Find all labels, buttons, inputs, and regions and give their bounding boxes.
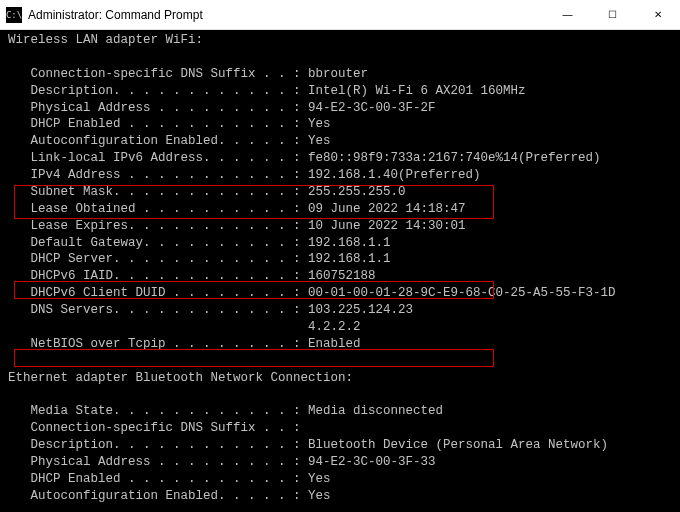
output-row: DHCP Server. . . . . . . . . . . . : 192… [8,251,672,268]
cmd-icon: C:\ [6,7,22,23]
output-row: Lease Obtained . . . . . . . . . . : 09 … [8,201,672,218]
section-header: Wireless LAN adapter WiFi: [8,32,672,49]
titlebar: C:\ Administrator: Command Prompt — ☐ ✕ [0,0,680,30]
output-row: Lease Expires. . . . . . . . . . . : 10 … [8,218,672,235]
blank-line [8,505,672,513]
window-title: Administrator: Command Prompt [28,8,545,22]
blank-line [8,49,672,66]
output-row: Connection-specific DNS Suffix . . : [8,420,672,437]
close-button[interactable]: ✕ [635,0,680,30]
blank-line [8,353,672,370]
minimize-button[interactable]: — [545,0,590,30]
blank-line [8,386,672,403]
output-row: Description. . . . . . . . . . . . : Int… [8,83,672,100]
output-row: Autoconfiguration Enabled. . . . . : Yes [8,488,672,505]
output-row: DNS Servers. . . . . . . . . . . . : 103… [8,302,672,319]
output-row: Autoconfiguration Enabled. . . . . : Yes [8,133,672,150]
output-row: Link-local IPv6 Address. . . . . . : fe8… [8,150,672,167]
output-row: Subnet Mask. . . . . . . . . . . . : 255… [8,184,672,201]
output-row: Description. . . . . . . . . . . . : Blu… [8,437,672,454]
output-row: DHCPv6 Client DUID . . . . . . . . : 00-… [8,285,672,302]
maximize-button[interactable]: ☐ [590,0,635,30]
output-row: Media State. . . . . . . . . . . . : Med… [8,403,672,420]
output-row: NetBIOS over Tcpip . . . . . . . . : Ena… [8,336,672,353]
output-row: Connection-specific DNS Suffix . . : bbr… [8,66,672,83]
output-row: DHCP Enabled . . . . . . . . . . . : Yes [8,471,672,488]
output-row: DHCPv6 IAID. . . . . . . . . . . . : 160… [8,268,672,285]
output-row: Physical Address . . . . . . . . . : 94-… [8,454,672,471]
section-header: Ethernet adapter Bluetooth Network Conne… [8,370,672,387]
output-row: Physical Address . . . . . . . . . : 94-… [8,100,672,117]
terminal-output[interactable]: Wireless LAN adapter WiFi: Connection-sp… [0,30,680,512]
output-row: Default Gateway. . . . . . . . . . : 192… [8,235,672,252]
output-row: IPv4 Address . . . . . . . . . . . : 192… [8,167,672,184]
output-row: DHCP Enabled . . . . . . . . . . . : Yes [8,116,672,133]
window-controls: — ☐ ✕ [545,0,680,30]
output-row: 4.2.2.2 [8,319,672,336]
